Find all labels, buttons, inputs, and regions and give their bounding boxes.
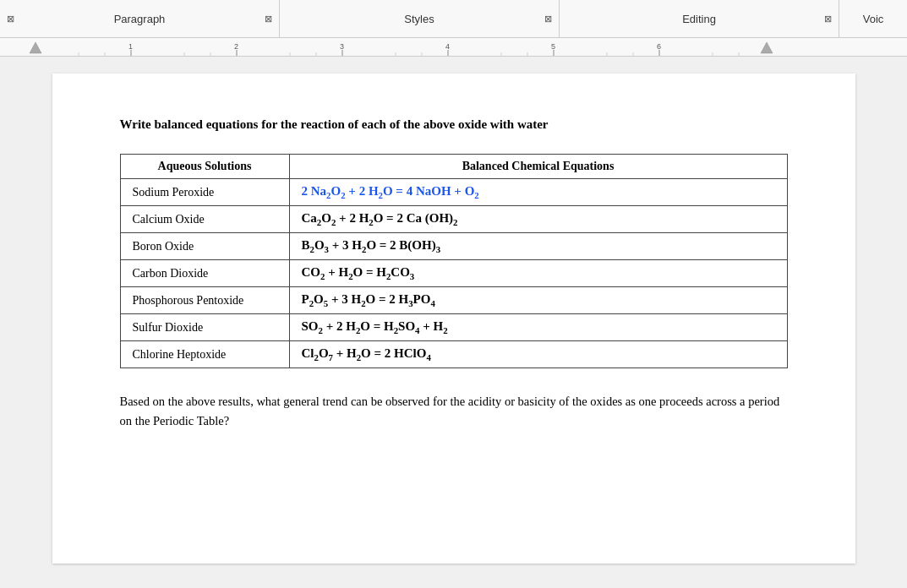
equation-text: SO2 + 2 H2O = H2SO4 + H2 — [302, 319, 448, 333]
solution-name: Sodium Peroxide — [120, 179, 289, 206]
table-row: Sodium Peroxide 2 Na2O2 + 2 H2O = 4 NaOH… — [120, 179, 787, 206]
page: Write balanced equations for the reactio… — [52, 74, 855, 564]
table-row: Boron Oxide B2O3 + 3 H2O = 2 B(OH)3 — [120, 233, 787, 260]
ruler-svg: 1 2 3 4 5 6 — [0, 38, 907, 57]
solution-name: Carbon Dioxide — [120, 260, 289, 287]
svg-text:4: 4 — [445, 42, 450, 51]
equation-text: Ca2O2 + 2 H2O = 2 Ca (OH)2 — [302, 211, 458, 225]
table-header-solutions: Aqueous Solutions — [120, 155, 289, 179]
toolbar: ⊠ Paragraph ⊠ Styles ⊠ Editing ⊠ Voic — [0, 0, 907, 38]
conclusion-text: Based on the above results, what general… — [120, 392, 788, 431]
paragraph-icon-left: ⊠ — [7, 14, 14, 24]
equation-cell: B2O3 + 3 H2O = 2 B(OH)3 — [289, 233, 787, 260]
svg-rect-0 — [0, 38, 907, 57]
equation-text: Cl2O7 + H2O = 2 HClO4 — [302, 346, 431, 360]
equation-text: CO2 + H2O = H2CO3 — [302, 265, 415, 279]
equation-cell: P2O5 + 3 H2O = 2 H3PO4 — [289, 287, 787, 314]
equation-cell: Cl2O7 + H2O = 2 HClO4 — [289, 341, 787, 368]
svg-text:3: 3 — [340, 42, 344, 51]
paragraph-icon-right: ⊠ — [265, 14, 272, 24]
table-row: Phosphorous Pentoxide P2O5 + 3 H2O = 2 H… — [120, 287, 787, 314]
svg-text:5: 5 — [551, 42, 555, 51]
styles-icon-right: ⊠ — [544, 14, 552, 24]
solution-name: Phosphorous Pentoxide — [120, 287, 289, 314]
solution-name: Chlorine Heptoxide — [120, 341, 289, 368]
svg-text:1: 1 — [128, 42, 133, 51]
equation-cell: CO2 + H2O = H2CO3 — [289, 260, 787, 287]
equation-cell: Ca2O2 + 2 H2O = 2 Ca (OH)2 — [289, 206, 787, 233]
toolbar-editing[interactable]: Editing ⊠ — [560, 0, 839, 37]
table-row: Carbon Dioxide CO2 + H2O = H2CO3 — [120, 260, 787, 287]
equation-text: P2O5 + 3 H2O = 2 H3PO4 — [302, 292, 435, 306]
svg-text:2: 2 — [234, 42, 238, 51]
editing-label: Editing — [682, 13, 716, 25]
toolbar-paragraph[interactable]: ⊠ Paragraph ⊠ — [0, 0, 280, 37]
solution-name: Sulfur Dioxide — [120, 314, 289, 341]
solution-name: Calcium Oxide — [120, 206, 289, 233]
table-row: Chlorine Heptoxide Cl2O7 + H2O = 2 HClO4 — [120, 341, 787, 368]
voice-label: Voic — [863, 13, 884, 25]
equation-text: 2 Na2O2 + 2 H2O = 4 NaOH + O2 — [302, 184, 479, 198]
svg-text:6: 6 — [657, 42, 661, 51]
editing-icon-right: ⊠ — [824, 14, 832, 24]
table-row: Sulfur Dioxide SO2 + 2 H2O = H2SO4 + H2 — [120, 314, 787, 341]
toolbar-voice[interactable]: Voic — [839, 0, 907, 37]
solution-name: Boron Oxide — [120, 233, 289, 260]
equation-cell: SO2 + 2 H2O = H2SO4 + H2 — [289, 314, 787, 341]
paragraph-label: Paragraph — [114, 13, 166, 25]
toolbar-styles[interactable]: Styles ⊠ — [280, 0, 560, 37]
table-header-row: Aqueous Solutions Balanced Chemical Equa… — [120, 155, 787, 179]
ruler: 1 2 3 4 5 6 — [0, 38, 907, 57]
table-header-equations: Balanced Chemical Equations — [289, 155, 787, 179]
equation-cell: 2 Na2O2 + 2 H2O = 4 NaOH + O2 — [289, 179, 787, 206]
equation-text: B2O3 + 3 H2O = 2 B(OH)3 — [302, 238, 441, 252]
table-row: Calcium Oxide Ca2O2 + 2 H2O = 2 Ca (OH)2 — [120, 206, 787, 233]
styles-label: Styles — [404, 13, 434, 25]
chemical-equations-table: Aqueous Solutions Balanced Chemical Equa… — [120, 154, 788, 368]
question-title: Write balanced equations for the reactio… — [120, 116, 788, 133]
document-area: Write balanced equations for the reactio… — [0, 57, 907, 580]
